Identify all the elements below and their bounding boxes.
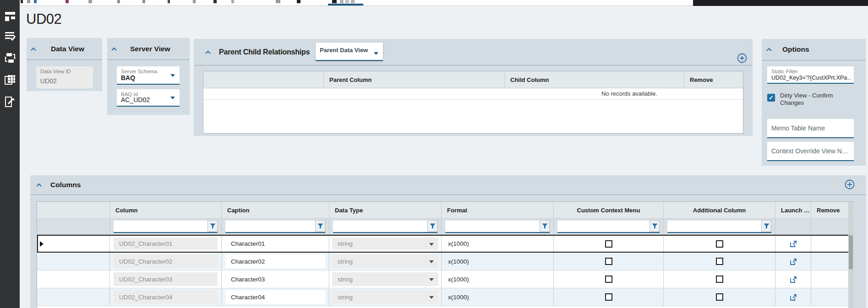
filter-icon[interactable] xyxy=(540,220,550,232)
filter-icon[interactable] xyxy=(315,220,325,232)
panel-title: Options xyxy=(782,45,809,54)
memo-table-name-field[interactable]: Memo Table Name xyxy=(767,119,854,138)
col-header-format: Format xyxy=(442,202,554,218)
add-relationship-button[interactable] xyxy=(737,53,747,63)
format-value: x(1000) xyxy=(448,236,469,252)
caption-field[interactable]: Character03 xyxy=(225,272,325,286)
task-list-icon[interactable] xyxy=(5,31,16,42)
toolbar-icon-fragment xyxy=(213,0,217,3)
layout-icon[interactable] xyxy=(5,11,16,22)
baq-id-dropdown[interactable]: BAQ Id AC_UD02 xyxy=(117,89,180,107)
panel-title: Server View xyxy=(130,45,170,53)
row-selector-cell[interactable] xyxy=(38,236,110,252)
additional-column-filter-input[interactable] xyxy=(667,221,771,233)
caption-field[interactable]: Character04 xyxy=(225,290,325,304)
remove-cell[interactable] xyxy=(811,270,849,288)
table-header-empty xyxy=(203,71,324,88)
table-row[interactable]: UD02_Character03 Character03 string x(10… xyxy=(37,270,853,288)
column-field: UD02_Character04 xyxy=(114,290,218,304)
left-sidebar xyxy=(0,0,20,308)
table-row[interactable]: UD02_Character02 Character02 string x(10… xyxy=(37,253,853,270)
top-toolbar-strip xyxy=(20,0,693,6)
table-row[interactable]: UD02_Character01 Character01 string x(10… xyxy=(37,235,853,253)
col-header-remove: Remove xyxy=(811,202,849,218)
custom-context-menu-checkbox[interactable] xyxy=(605,240,612,248)
remove-cell[interactable] xyxy=(811,253,849,270)
collapse-chevron-icon[interactable] xyxy=(36,181,42,189)
additional-column-checkbox[interactable] xyxy=(716,240,723,248)
static-filter-field[interactable]: Static Filter UD02_Key3='?{CustXPrt.XPa… xyxy=(767,66,854,84)
scrollbar-thumb[interactable] xyxy=(849,235,853,269)
caption-field[interactable]: Character02 xyxy=(225,254,325,268)
app-screen: UD02 Data View Data View ID UD02 Server … xyxy=(0,0,868,308)
table-header-parent-column: Parent Column xyxy=(324,71,505,88)
table-row[interactable]: UD02_Character04 Character04 string x(10… xyxy=(37,288,853,306)
custom-context-menu-checkbox[interactable] xyxy=(605,293,612,301)
toolbar-icon-fragment xyxy=(340,0,344,3)
collapse-chevron-icon[interactable] xyxy=(30,45,37,53)
columns-table: Column Caption Data Type Format Custom C… xyxy=(37,201,853,308)
collapse-chevron-icon[interactable] xyxy=(766,45,772,54)
col-header-selector xyxy=(37,202,110,218)
caption-field[interactable]: Character01 xyxy=(225,238,325,250)
row-selector-cell[interactable] xyxy=(37,270,110,288)
row-selector-cell[interactable] xyxy=(37,253,110,270)
column-filter-input[interactable] xyxy=(114,221,218,233)
chevron-down-icon xyxy=(429,260,434,263)
format-filter-input[interactable] xyxy=(445,221,550,233)
table-scrollbar[interactable] xyxy=(848,202,853,308)
toolbar-icon-fragment xyxy=(117,0,120,3)
toolbar-icon-fragment xyxy=(66,0,69,3)
toolbar-icon-fragment xyxy=(193,0,196,3)
toolbar-icon-fragment xyxy=(142,0,145,3)
filter-cell-empty xyxy=(37,219,110,234)
custom-context-menu-checkbox[interactable] xyxy=(605,276,612,283)
field-value: BAQ xyxy=(121,74,135,81)
custom-context-menu-filter-input[interactable] xyxy=(557,221,660,233)
chevron-down-icon xyxy=(170,74,175,77)
col-header-custom-context-menu: Custom Context Menu xyxy=(554,202,664,218)
launch-icon[interactable] xyxy=(790,294,797,303)
edit-document-icon[interactable] xyxy=(5,97,16,107)
parent-data-view-dropdown[interactable]: Parent Data View xyxy=(316,43,383,61)
filter-icon[interactable] xyxy=(761,220,771,232)
remove-cell[interactable] xyxy=(811,288,849,306)
add-column-button[interactable] xyxy=(845,179,855,189)
additional-column-checkbox[interactable] xyxy=(716,293,723,301)
col-header-data-type: Data Type xyxy=(329,202,442,218)
launch-icon[interactable] xyxy=(790,258,797,267)
relationships-table: Parent Column Child Column Remove No rec… xyxy=(203,71,743,134)
data-type-filter-input[interactable] xyxy=(333,221,437,233)
filter-icon[interactable] xyxy=(207,220,218,232)
panel-title: Columns xyxy=(50,181,81,189)
launch-icon[interactable] xyxy=(790,276,797,285)
toolbar-icon-fragment xyxy=(231,0,234,3)
active-tab-indicator xyxy=(328,4,363,5)
field-placeholder: Memo Table Name xyxy=(771,124,825,132)
remove-cell[interactable] xyxy=(811,236,845,252)
filter-icon[interactable] xyxy=(650,220,660,232)
launch-icon[interactable] xyxy=(790,240,797,249)
row-selector-cell[interactable] xyxy=(37,288,110,306)
workflow-icon[interactable] xyxy=(5,53,16,63)
grid-copy-icon[interactable] xyxy=(5,75,16,85)
additional-column-checkbox[interactable] xyxy=(716,258,723,265)
context-override-view-field[interactable]: Context Override View N… xyxy=(767,142,854,161)
caption-filter-input[interactable] xyxy=(225,221,325,233)
toolbar-icon-fragment xyxy=(27,0,30,3)
custom-context-menu-checkbox[interactable] xyxy=(605,258,612,265)
toolbar-icon-fragment xyxy=(168,0,170,3)
collapse-chevron-icon[interactable] xyxy=(205,48,211,56)
server-schema-dropdown[interactable]: Server Schema BAQ xyxy=(117,66,180,85)
filter-icon[interactable] xyxy=(427,220,437,232)
toolbar-icon-fragment xyxy=(297,0,300,3)
additional-column-checkbox[interactable] xyxy=(716,276,723,283)
dirty-view-checkbox[interactable]: ✓ xyxy=(767,94,775,102)
options-panel: Options Static Filter UD02_Key3='?{CustX… xyxy=(762,39,866,166)
data-type-dropdown: string xyxy=(332,290,438,304)
toolbar-icon-fragment xyxy=(351,0,355,3)
collapse-chevron-icon[interactable] xyxy=(111,45,117,53)
field-value: AC_UD02 xyxy=(121,96,150,103)
page-title: UD02 xyxy=(26,11,61,27)
filter-cell-launch xyxy=(775,219,811,234)
